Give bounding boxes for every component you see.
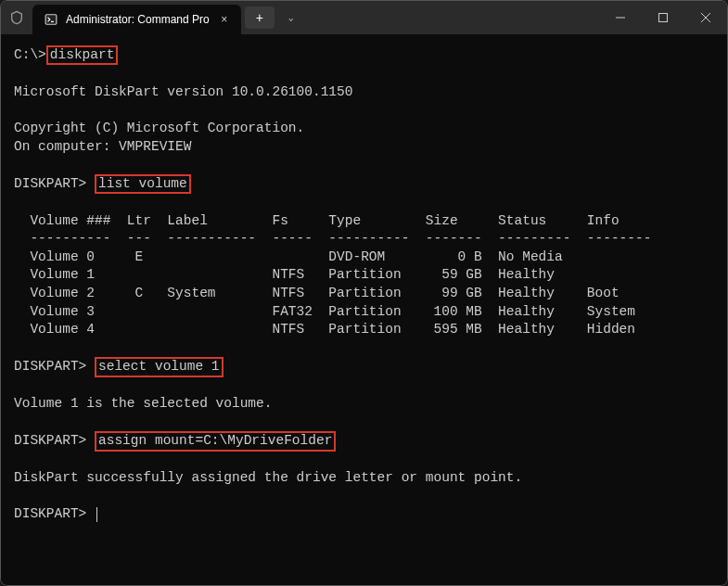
- titlebar-drag-region[interactable]: [304, 1, 599, 34]
- prompt: DISKPART>: [14, 506, 95, 521]
- table-row: Volume 2 C System NTFS Partition 99 GB H…: [14, 286, 619, 300]
- svg-rect-0: [45, 15, 57, 25]
- selected-msg: Volume 1 is the selected volume.: [14, 396, 272, 411]
- terminal-content[interactable]: C:\>diskpart Microsoft DiskPart version …: [1, 34, 727, 585]
- titlebar[interactable]: Administrator: Command Pro × + ⌄: [1, 1, 727, 34]
- computer-line: On computer: VMPREVIEW: [14, 139, 191, 154]
- final-prompt-line: DISKPART>: [14, 506, 97, 521]
- prompt: DISKPART>: [14, 433, 95, 448]
- highlight-cmd-assign-mount: assign mount=C:\MyDriveFolder: [95, 431, 336, 451]
- maximize-button[interactable]: [642, 1, 684, 34]
- prompt: DISKPART>: [14, 176, 95, 191]
- assign-msg: DiskPart successfully assigned the drive…: [14, 470, 522, 485]
- svg-rect-3: [659, 14, 668, 22]
- close-window-button[interactable]: [684, 1, 727, 34]
- terminal-icon: [44, 12, 58, 27]
- line: DISKPART> assign mount=C:\MyDriveFolder: [14, 433, 336, 448]
- tab-dropdown-button[interactable]: ⌄: [278, 1, 304, 34]
- line: DISKPART> list volume: [14, 176, 191, 191]
- tab-active[interactable]: Administrator: Command Pro ×: [32, 5, 241, 34]
- window-controls: [599, 1, 727, 34]
- table-header: Volume ### Ltr Label Fs Type Size Status…: [14, 213, 619, 228]
- tab-close-button[interactable]: ×: [217, 12, 232, 27]
- table-row: Volume 3 FAT32 Partition 100 MB Healthy …: [14, 304, 635, 319]
- highlight-cmd-select-volume: select volume 1: [95, 357, 224, 376]
- table-row: Volume 0 E DVD-ROM 0 B No Media: [14, 249, 563, 264]
- cursor: [96, 507, 97, 522]
- minimize-button[interactable]: [599, 1, 642, 34]
- prompt: C:\>: [14, 47, 46, 62]
- line: C:\>diskpart: [14, 47, 118, 62]
- table-divider: ---------- --- ----------- ----- -------…: [14, 231, 651, 246]
- new-tab-button[interactable]: +: [245, 6, 275, 29]
- terminal-window: Administrator: Command Pro × + ⌄ C:\>dis…: [0, 0, 728, 586]
- table-row: Volume 4 NTFS Partition 595 MB Healthy H…: [14, 322, 635, 337]
- tab-title: Administrator: Command Pro: [66, 13, 210, 26]
- highlight-cmd-list-volume: list volume: [95, 174, 191, 194]
- shield-icon: [1, 1, 32, 34]
- prompt: DISKPART>: [14, 359, 95, 374]
- line: DISKPART> select volume 1: [14, 359, 224, 374]
- highlight-cmd-diskpart: diskpart: [46, 45, 119, 65]
- copyright-line: Copyright (C) Microsoft Corporation.: [14, 121, 304, 135]
- table-row: Volume 1 NTFS Partition 59 GB Healthy: [14, 267, 555, 282]
- version-line: Microsoft DiskPart version 10.0.26100.11…: [14, 84, 352, 99]
